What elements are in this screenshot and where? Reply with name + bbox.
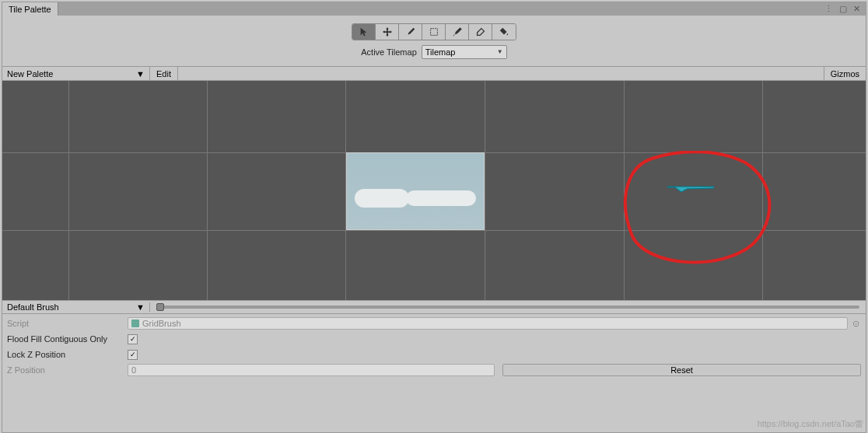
secondary-bar: New Palette ▼ Edit Gizmos	[2, 67, 866, 81]
lockz-label: Lock Z Position	[7, 350, 128, 359]
edit-button[interactable]: Edit	[150, 67, 178, 80]
tab-bar: Tile Palette ⋮ ▢ ✕	[2, 2, 866, 16]
window-maximize-icon[interactable]: ▢	[837, 4, 849, 14]
svg-rect-0	[430, 28, 437, 35]
palette-dropdown[interactable]: New Palette ▼	[2, 67, 150, 80]
active-tilemap-label: Active Tilemap	[361, 47, 417, 57]
script-field: GridBrush	[128, 317, 848, 330]
zpos-input[interactable]: 0	[128, 364, 495, 376]
small-tile[interactable]	[667, 186, 714, 194]
close-icon[interactable]: ✕	[851, 4, 863, 14]
tile-palette-tab[interactable]: Tile Palette	[2, 2, 58, 16]
tool-buttons	[352, 23, 516, 40]
select-tool[interactable]	[352, 24, 376, 40]
script-icon	[131, 320, 139, 327]
gizmos-button[interactable]: Gizmos	[824, 67, 866, 80]
zpos-label: Z Position	[7, 365, 128, 375]
watermark: https://blog.csdn.net/aTao蕾	[758, 418, 863, 430]
chevron-down-icon: ▼	[136, 69, 145, 79]
reset-button[interactable]: Reset	[502, 364, 861, 376]
script-label: Script	[7, 319, 128, 328]
picker-tool[interactable]	[446, 24, 469, 40]
chevron-down-icon: ▼	[497, 48, 503, 55]
cloud-tile[interactable]	[346, 152, 485, 230]
palette-canvas[interactable]	[2, 81, 866, 300]
object-picker-icon[interactable]: ⊙	[851, 319, 861, 329]
lockz-checkbox[interactable]: ✓	[128, 350, 138, 360]
move-tool[interactable]	[376, 24, 399, 40]
active-tilemap-dropdown[interactable]: Tilemap ▼	[422, 45, 507, 59]
menu-icon[interactable]: ⋮	[822, 4, 835, 14]
floodfill-label: Flood Fill Contiguous Only	[7, 334, 128, 344]
tile-palette-window: Tile Palette ⋮ ▢ ✕	[2, 2, 866, 433]
brush-dropdown[interactable]: Default Brush ▼	[2, 302, 150, 312]
brush-panel: Default Brush ▼ Script GridBrush ⊙ Floo	[2, 300, 866, 379]
eraser-tool[interactable]	[469, 24, 492, 40]
brush-tool[interactable]	[399, 24, 422, 40]
fill-tool[interactable]	[492, 24, 516, 40]
floodfill-checkbox[interactable]: ✓	[128, 334, 138, 344]
toolbar: Active Tilemap Tilemap ▼	[2, 16, 866, 67]
box-tool[interactable]	[422, 24, 446, 40]
chevron-down-icon: ▼	[136, 302, 145, 312]
zoom-slider[interactable]	[150, 306, 866, 309]
annotation-circle	[621, 151, 776, 267]
